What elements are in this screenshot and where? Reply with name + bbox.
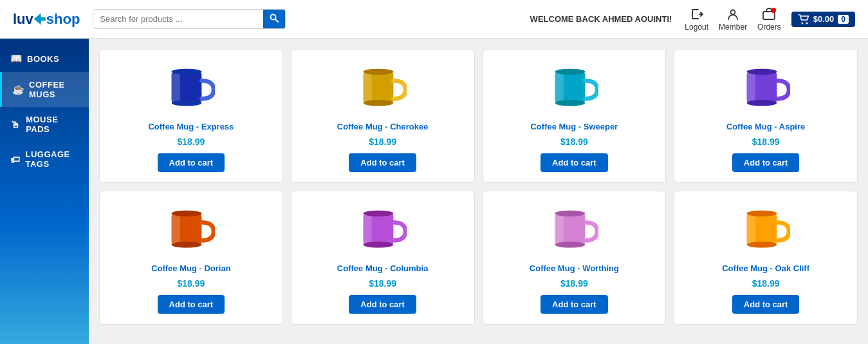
product-image-sweeper — [550, 66, 598, 111]
product-card-express: Coffee Mug - Express $18.99 Add to cart — [99, 49, 283, 183]
product-image-container-sweeper — [548, 62, 600, 114]
add-to-cart-oak-cliff[interactable]: Add to cart — [732, 295, 800, 314]
svg-point-36 — [364, 242, 394, 247]
svg-point-21 — [555, 100, 586, 106]
product-image-worthing — [550, 207, 598, 253]
add-to-cart-cherokee[interactable]: Add to cart — [349, 153, 416, 172]
svg-rect-29 — [172, 213, 180, 245]
add-to-cart-dorian[interactable]: Add to cart — [158, 295, 225, 314]
product-name-columbia: Coffee Mug - Columbia — [337, 263, 429, 273]
add-to-cart-worthing[interactable]: Add to cart — [540, 295, 608, 314]
product-image-container-oak-cliff — [740, 204, 791, 256]
sidebar-mouse-pads-icon: 🖱 — [10, 119, 21, 130]
sidebar-item-mouse-pads[interactable]: 🖱 MOUSE PADS — [0, 107, 89, 142]
product-price-sweeper: $18.99 — [560, 137, 588, 147]
product-card-worthing: Coffee Mug - Worthing $18.99 Add to cart — [483, 191, 667, 325]
svg-point-2 — [731, 10, 735, 14]
sidebar-books-icon: 📖 — [10, 53, 22, 64]
cart-count: 0 — [838, 15, 849, 24]
sidebar-luggage-tags-label: LUGGAGE TAGS — [26, 149, 79, 169]
sidebar-books-label: BOOKS — [27, 54, 59, 64]
header-actions: Logout Member Orders — [685, 7, 855, 32]
product-image-aspire — [742, 66, 790, 111]
layout: 📖 BOOKS ☕ COFFEE MUGS 🖱 MOUSE PADS 🏷 LUG… — [0, 39, 868, 344]
sidebar-luggage-tags-icon: 🏷 — [10, 154, 21, 165]
product-image-dorian — [167, 207, 215, 253]
svg-point-16 — [364, 100, 394, 106]
sidebar-item-books[interactable]: 📖 BOOKS — [0, 45, 89, 72]
product-image-container-cherokee — [357, 62, 409, 114]
logout-label: Logout — [685, 23, 708, 32]
svg-point-26 — [746, 100, 777, 106]
orders-icon — [762, 7, 776, 21]
product-grid: Coffee Mug - Express $18.99 Add to cart … — [99, 49, 858, 325]
product-name-sweeper: Coffee Mug - Sweeper — [530, 122, 618, 131]
member-icon — [726, 7, 740, 21]
svg-point-35 — [364, 211, 394, 216]
product-image-container-dorian — [165, 204, 217, 256]
product-image-cherokee — [358, 66, 407, 111]
sidebar-item-luggage-tags[interactable]: 🏷 LUGGAGE TAGS — [0, 142, 89, 177]
product-card-oak-cliff: Coffee Mug - Oak Cliff $18.99 Add to car… — [674, 191, 858, 325]
product-price-worthing: $18.99 — [560, 278, 588, 289]
product-name-aspire: Coffee Mug - Aspire — [726, 122, 805, 131]
svg-point-45 — [746, 211, 777, 216]
svg-point-10 — [172, 69, 202, 75]
svg-point-20 — [555, 69, 586, 75]
product-card-cherokee: Coffee Mug - Cherokee $18.99 Add to cart — [291, 49, 475, 183]
product-card-dorian: Coffee Mug - Dorian $18.99 Add to cart — [99, 191, 283, 325]
product-price-columbia: $18.99 — [369, 278, 396, 289]
svg-rect-19 — [555, 72, 564, 103]
product-image-oak-cliff — [742, 207, 790, 253]
search-button[interactable] — [263, 10, 285, 28]
product-name-express: Coffee Mug - Express — [148, 122, 234, 131]
cart-amount: $0.00 — [813, 14, 835, 24]
product-name-cherokee: Coffee Mug - Cherokee — [337, 122, 429, 131]
search-icon — [270, 14, 279, 23]
svg-rect-24 — [746, 72, 755, 103]
logo-arrow-icon — [34, 14, 46, 25]
sidebar: 📖 BOOKS ☕ COFFEE MUGS 🖱 MOUSE PADS 🏷 LUG… — [0, 39, 89, 344]
product-price-cherokee: $18.99 — [369, 137, 396, 147]
search-bar — [93, 9, 286, 29]
logo-shop: shop — [46, 11, 80, 28]
logout-action[interactable]: Logout — [685, 7, 708, 32]
svg-point-15 — [364, 69, 394, 75]
svg-rect-9 — [172, 72, 180, 103]
product-image-columbia — [358, 207, 407, 253]
svg-point-11 — [172, 100, 202, 106]
svg-point-40 — [555, 211, 586, 216]
svg-point-6 — [806, 22, 808, 24]
svg-rect-14 — [364, 72, 372, 103]
svg-point-30 — [172, 211, 202, 216]
member-action[interactable]: Member — [719, 7, 747, 32]
svg-point-25 — [746, 69, 777, 75]
header: luv shop WELCOME BACK AHMED AOUINTI! Log… — [0, 0, 868, 39]
sidebar-coffee-mugs-label: COFFEE MUGS — [29, 80, 78, 99]
product-name-oak-cliff: Coffee Mug - Oak Cliff — [722, 263, 809, 273]
product-card-sweeper: Coffee Mug - Sweeper $18.99 Add to cart — [483, 49, 667, 183]
svg-point-46 — [746, 242, 777, 247]
orders-label: Orders — [757, 23, 781, 32]
svg-line-1 — [275, 19, 279, 23]
orders-action[interactable]: Orders — [757, 7, 781, 32]
svg-point-5 — [801, 22, 803, 24]
svg-rect-39 — [555, 213, 564, 245]
product-image-express — [167, 66, 215, 111]
svg-rect-34 — [364, 213, 372, 245]
product-image-container-express — [165, 62, 217, 114]
logo-luv: luv — [13, 11, 33, 28]
svg-rect-44 — [746, 213, 755, 245]
add-to-cart-columbia[interactable]: Add to cart — [349, 295, 416, 314]
svg-point-31 — [172, 242, 202, 247]
add-to-cart-sweeper[interactable]: Add to cart — [540, 153, 608, 172]
add-to-cart-express[interactable]: Add to cart — [158, 153, 225, 172]
logo[interactable]: luv shop — [13, 11, 80, 28]
add-to-cart-aspire[interactable]: Add to cart — [732, 153, 800, 172]
product-price-aspire: $18.99 — [752, 137, 780, 147]
welcome-text: WELCOME BACK AHMED AOUINTI! — [530, 14, 672, 24]
cart-button[interactable]: $0.00 0 — [791, 12, 855, 27]
product-name-dorian: Coffee Mug - Dorian — [151, 263, 231, 273]
search-input[interactable] — [93, 10, 263, 28]
sidebar-item-coffee-mugs[interactable]: ☕ COFFEE MUGS — [0, 72, 89, 107]
